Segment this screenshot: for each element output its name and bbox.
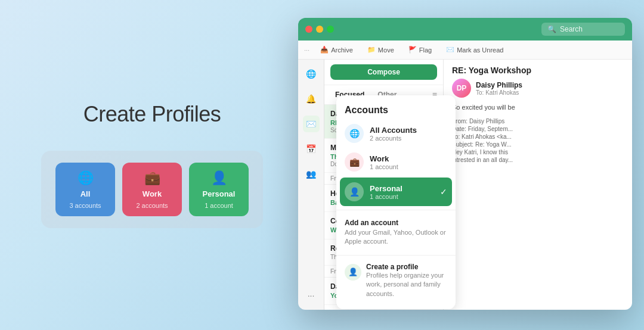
sidebar-calendar-icon[interactable]: 📅 bbox=[303, 141, 320, 157]
sidebar: 🌐 🔔 ✉️ 📅 👥 ··· bbox=[298, 60, 324, 310]
detail-meta: From: Daisy Phillips Date: Friday, Septe… bbox=[452, 118, 624, 163]
toolbar: ··· 📥 Archive 📁 Move 🚩 Flag ✉️ Mark as U… bbox=[298, 41, 632, 60]
account-item-work[interactable]: 💼 Work 1 account bbox=[336, 148, 456, 176]
meta-to: To: Katri Ahokas <ka... bbox=[452, 133, 624, 140]
profiles-container: 🌐 All 3 accounts 💼 Work 2 accounts 👤 Per… bbox=[41, 151, 263, 228]
window-controls bbox=[305, 26, 334, 33]
search-label: Search bbox=[560, 25, 583, 33]
create-profile-icon: 👤 bbox=[345, 264, 361, 281]
profile-personal-count: 1 account bbox=[205, 202, 233, 209]
mark-unread-button[interactable]: ✉️ Mark as Unread bbox=[442, 44, 507, 55]
create-profile-section[interactable]: 👤 Create a profile Profiles help organiz… bbox=[336, 259, 456, 304]
profile-personal-name: Personal bbox=[203, 189, 236, 198]
meta-date: Date: Friday, Septem... bbox=[452, 126, 624, 132]
personal-account-text: Personal 1 account bbox=[370, 184, 434, 200]
all-account-icon: 🌐 bbox=[345, 124, 364, 143]
profile-all-name: All bbox=[80, 189, 91, 198]
meta-body1: Hey Katri, I know this bbox=[452, 149, 624, 155]
sidebar-mail-icon[interactable]: ✉️ bbox=[303, 116, 320, 132]
profile-card-work[interactable]: 💼 Work 2 accounts bbox=[122, 163, 182, 216]
move-icon: 📁 bbox=[367, 46, 376, 54]
detail-from: DP Daisy Phillips To: Katri Ahokas bbox=[452, 79, 624, 98]
email-list-header: Compose bbox=[324, 60, 443, 85]
accounts-heading: Accounts bbox=[336, 100, 456, 119]
accounts-panel: Accounts 🌐 All Accounts 2 accounts 💼 Wor… bbox=[336, 95, 456, 309]
account-item-personal[interactable]: 👤 Personal 1 account ✓ bbox=[340, 178, 452, 206]
maximize-button[interactable] bbox=[327, 26, 334, 33]
personal-icon: 👤 bbox=[211, 170, 227, 186]
personal-account-icon: 👤 bbox=[345, 182, 364, 201]
minimize-button[interactable] bbox=[316, 26, 323, 33]
work-icon: 💼 bbox=[144, 170, 160, 186]
flag-button[interactable]: 🚩 Flag bbox=[405, 44, 435, 55]
email-detail: RE: Yoga Workshop DP Daisy Phillips To: … bbox=[444, 60, 632, 310]
divider-2 bbox=[336, 255, 456, 256]
mark-icon: ✉️ bbox=[446, 46, 454, 54]
title-bar: 🔍 Search bbox=[298, 18, 632, 41]
work-account-text: Work 1 account bbox=[370, 154, 447, 170]
profile-card-personal[interactable]: 👤 Personal 1 account bbox=[189, 163, 249, 216]
from-info: Daisy Phillips To: Katri Ahokas bbox=[476, 81, 522, 96]
detail-header: RE: Yoga Workshop DP Daisy Phillips To: … bbox=[452, 66, 624, 98]
profile-work-count: 2 accounts bbox=[136, 202, 168, 209]
profile-work-name: Work bbox=[143, 189, 162, 198]
compose-button[interactable]: Compose bbox=[330, 64, 437, 80]
search-bar[interactable]: 🔍 Search bbox=[541, 23, 625, 36]
account-item-all[interactable]: 🌐 All Accounts 2 accounts bbox=[336, 119, 456, 148]
all-account-text: All Accounts 2 accounts bbox=[370, 126, 447, 142]
profile-all-count: 3 accounts bbox=[69, 202, 101, 209]
archive-button[interactable]: 📥 Archive bbox=[317, 44, 357, 55]
detail-subject: RE: Yoga Workshop bbox=[452, 66, 624, 75]
meta-from: From: Daisy Phillips bbox=[452, 118, 624, 124]
meta-body2: intrested in an all day... bbox=[452, 157, 624, 163]
search-icon: 🔍 bbox=[547, 25, 556, 33]
detail-body: So excited you will be bbox=[452, 102, 624, 113]
create-profile-text: Create a profile Profiles help organize … bbox=[366, 263, 447, 298]
archive-icon: 📥 bbox=[320, 46, 329, 54]
work-account-icon: 💼 bbox=[345, 152, 364, 172]
meta-subject: Subject: Re: Yoga W... bbox=[452, 141, 624, 148]
selected-checkmark: ✓ bbox=[440, 187, 447, 197]
all-icon: 🌐 bbox=[78, 170, 94, 186]
profile-card-all[interactable]: 🌐 All 3 accounts bbox=[55, 163, 115, 216]
sidebar-globe-icon[interactable]: 🌐 bbox=[303, 66, 320, 82]
content-area: 🌐 🔔 ✉️ 📅 👥 ··· Accounts 🌐 All Accounts 2… bbox=[298, 60, 632, 310]
divider-1 bbox=[336, 210, 456, 210]
left-section: Create Profiles 🌐 All 3 accounts 💼 Work … bbox=[0, 0, 304, 330]
flag-icon: 🚩 bbox=[408, 46, 417, 54]
close-button[interactable] bbox=[305, 26, 312, 33]
sidebar-bell-icon[interactable]: 🔔 bbox=[303, 91, 320, 107]
move-button[interactable]: 📁 Move bbox=[364, 44, 398, 55]
add-account-section[interactable]: Add an account Add your Gmail, Yahoo, Ou… bbox=[336, 214, 456, 251]
page-title: Create Profiles bbox=[83, 102, 221, 127]
sidebar-contacts-icon[interactable]: 👥 bbox=[303, 166, 320, 182]
app-window: 🔍 Search ··· 📥 Archive 📁 Move 🚩 Flag ✉️ … bbox=[298, 18, 632, 310]
avatar: DP bbox=[452, 79, 471, 98]
sidebar-more-icon[interactable]: ··· bbox=[303, 287, 320, 304]
